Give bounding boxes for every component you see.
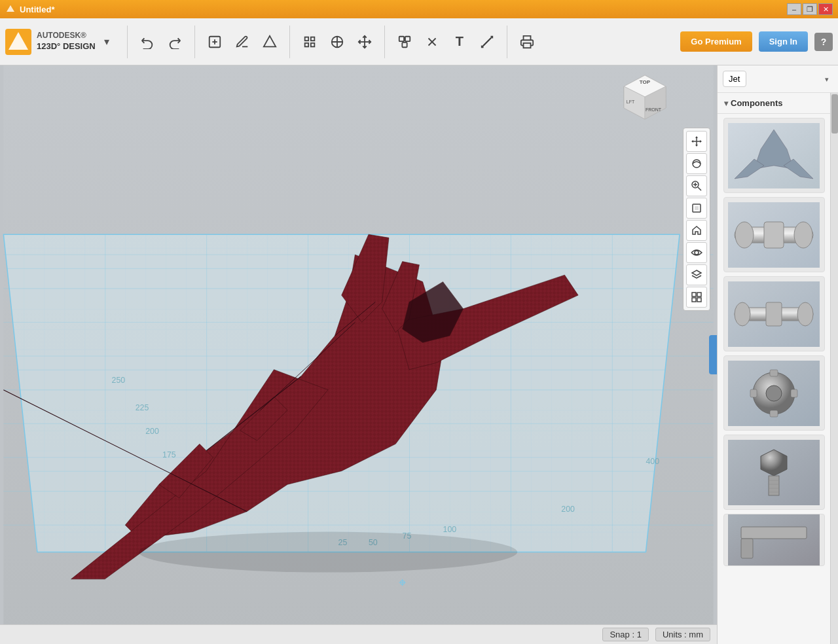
svg-rect-109 — [791, 389, 797, 397]
svg-rect-6 — [304, 37, 308, 41]
sep-4 — [384, 26, 385, 58]
svg-text:175: 175 — [162, 450, 176, 459]
svg-rect-7 — [311, 37, 315, 41]
layers-button[interactable] — [686, 264, 707, 285]
redo-button[interactable] — [162, 29, 188, 55]
pattern-button[interactable] — [324, 29, 350, 55]
delete-button[interactable] — [419, 29, 445, 55]
nav-cube-svg: TOP LFT FRONT — [619, 72, 671, 124]
category-select[interactable]: Jet — [723, 71, 746, 87]
home-view-icon — [691, 224, 702, 236]
pan-icon — [691, 135, 702, 147]
svg-marker-84 — [692, 270, 701, 276]
component-item-connector1[interactable] — [723, 197, 825, 272]
modify-button[interactable] — [297, 29, 323, 55]
components-label: Components — [731, 98, 782, 108]
sep-5 — [507, 26, 507, 58]
svg-rect-15 — [402, 42, 407, 46]
merge-button[interactable] — [392, 29, 418, 55]
zoom-button[interactable] — [686, 175, 707, 196]
measure-button[interactable] — [474, 29, 500, 55]
svg-text:FRONT: FRONT — [646, 107, 662, 112]
svg-point-76 — [693, 160, 701, 168]
panel-scrollbar[interactable] — [830, 93, 838, 644]
component-jet-preview — [728, 123, 820, 188]
modify-icon — [302, 35, 317, 49]
sketch-button[interactable] — [229, 29, 255, 55]
svg-point-62 — [139, 532, 517, 573]
svg-rect-108 — [750, 389, 757, 397]
nav-cube[interactable]: TOP LFT FRONT — [619, 72, 671, 124]
svg-text:200: 200 — [561, 505, 575, 514]
minimize-button[interactable]: – — [787, 3, 801, 15]
title-bar-left: Untitled* — [5, 4, 54, 14]
text-button[interactable]: T — [446, 29, 473, 55]
orbit-button[interactable] — [686, 153, 707, 174]
sign-in-button[interactable]: Sign In — [759, 31, 808, 52]
component-connector1-preview — [728, 202, 820, 268]
collapse-icon[interactable]: ▾ — [724, 99, 728, 108]
svg-marker-73 — [695, 145, 698, 147]
svg-line-78 — [698, 187, 701, 190]
sep-2 — [194, 26, 195, 58]
component-item-jet[interactable] — [723, 118, 825, 193]
home-view-button[interactable] — [686, 220, 707, 241]
svg-rect-14 — [405, 36, 410, 41]
panel-expand-tab[interactable] — [709, 335, 717, 374]
brand-text: AUTODESK® 123D° DESIGN — [37, 31, 96, 52]
scroll-thumb[interactable] — [831, 94, 838, 134]
go-premium-button[interactable]: Go Premium — [680, 31, 752, 52]
svg-marker-74 — [691, 140, 693, 143]
eye-icon — [691, 247, 702, 259]
component-item-connector2[interactable] — [723, 276, 825, 351]
transform-button[interactable] — [352, 29, 378, 55]
fit-button[interactable] — [686, 198, 707, 219]
app-icon — [5, 4, 16, 14]
help-button[interactable]: ? — [814, 33, 833, 51]
svg-rect-97 — [764, 222, 784, 248]
fit-icon — [691, 202, 702, 214]
orbit-icon — [691, 158, 702, 170]
component-bolt-preview — [728, 440, 820, 505]
undo-button[interactable] — [134, 29, 160, 55]
right-panel: Jet ▾ Components — [717, 65, 838, 644]
brand-dropdown-button[interactable]: ▾ — [101, 36, 113, 48]
title-bar-controls: – ❐ ✕ — [787, 3, 833, 15]
component-gear-preview — [728, 361, 820, 426]
pan-button[interactable] — [686, 131, 707, 152]
restore-button[interactable]: ❐ — [803, 3, 817, 15]
units-status[interactable]: Units : mm — [655, 628, 710, 641]
svg-rect-86 — [697, 293, 701, 296]
svg-point-101 — [797, 302, 813, 326]
category-select-wrapper: Jet — [723, 71, 833, 87]
main-area: 250 225 200 175 150 25 50 75 100 200 400 — [0, 65, 838, 644]
component-item-bolt[interactable] — [723, 435, 825, 510]
svg-marker-72 — [695, 136, 698, 138]
status-bar: Snap : 1 Units : mm — [0, 624, 717, 644]
canvas-area[interactable]: 250 225 200 175 150 25 50 75 100 200 400 — [0, 65, 717, 644]
svg-rect-13 — [399, 36, 403, 41]
svg-rect-87 — [692, 298, 696, 302]
viewport-toolbar — [683, 128, 710, 311]
measure-icon — [480, 35, 494, 49]
component-item-gear[interactable] — [723, 355, 825, 431]
tools-group-2 — [297, 29, 378, 55]
primitives-button[interactable] — [257, 29, 283, 55]
new-object-button[interactable] — [202, 29, 228, 55]
merge-icon — [397, 35, 412, 49]
snap-status[interactable]: Snap : 1 — [602, 628, 648, 641]
eye-button[interactable] — [686, 242, 707, 263]
print3d-icon — [520, 35, 534, 49]
zoom-icon — [691, 180, 702, 192]
snap-grid-button[interactable] — [686, 287, 707, 308]
brand: AUTODESK® 123D° DESIGN ▾ — [5, 29, 113, 55]
component-item-bracket[interactable] — [723, 514, 825, 566]
close-button[interactable]: ✕ — [818, 3, 833, 15]
svg-rect-82 — [695, 206, 699, 210]
panel-content: ▾ Components — [718, 93, 830, 644]
print3d-button[interactable] — [514, 29, 540, 55]
layers-icon — [691, 269, 702, 281]
svg-text:TOP: TOP — [640, 79, 651, 85]
svg-rect-85 — [692, 293, 696, 296]
sep-3 — [289, 26, 290, 58]
